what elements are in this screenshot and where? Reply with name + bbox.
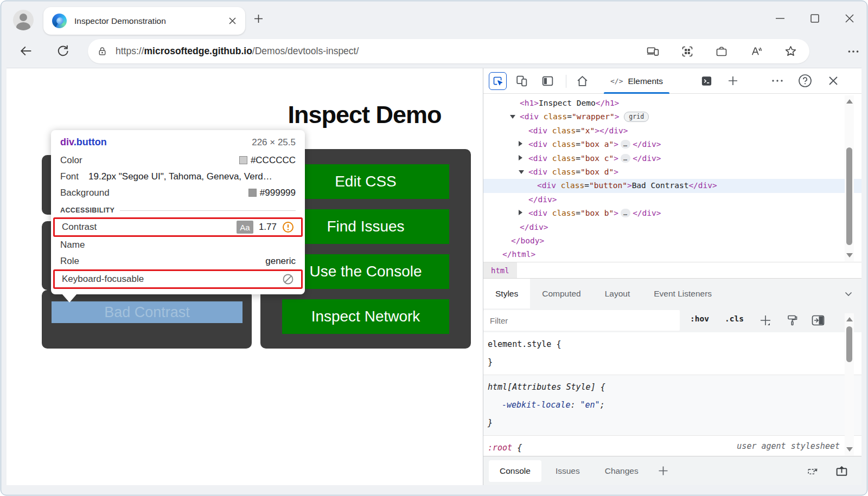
collapse-arrow-icon[interactable]: [519, 170, 524, 174]
css-line[interactable]: element.style {: [483, 336, 861, 353]
css-line[interactable]: }: [483, 353, 861, 371]
drawer-bar: ConsoleIssuesChanges: [483, 456, 861, 485]
demo-button-find-issues[interactable]: Find Issues: [282, 209, 449, 244]
dom-tree-line[interactable]: <div class="box b">…</div>: [483, 207, 861, 220]
refresh-icon[interactable]: [55, 43, 71, 59]
dom-tree-line[interactable]: </div>: [483, 193, 861, 207]
sidebar-tab-styles[interactable]: Styles: [483, 279, 530, 308]
favorites-star-icon[interactable]: [784, 44, 797, 58]
css-line[interactable]: html[Attributes Style] {: [483, 378, 861, 396]
sidebar-tab-computed[interactable]: Computed: [530, 279, 593, 308]
breadcrumb: html: [483, 262, 861, 278]
profile-avatar[interactable]: [13, 10, 34, 30]
collapsed-content-icon[interactable]: …: [621, 209, 630, 217]
contrast-aa-badge: Aa: [237, 221, 253, 234]
devtools-panel: </> Elements: [483, 68, 861, 485]
drawer-tab-console[interactable]: Console: [489, 460, 541, 482]
collapsed-content-icon[interactable]: …: [621, 154, 630, 163]
help-icon[interactable]: [798, 74, 812, 88]
dom-tree-line[interactable]: <div class="button">Bad Contrast</div>: [483, 179, 861, 192]
dom-tree-line[interactable]: <div class="x"></div>: [483, 124, 861, 138]
add-drawer-tab-icon[interactable]: [658, 466, 668, 476]
styles-scrollbar[interactable]: [845, 313, 854, 455]
dom-tree-line[interactable]: </html>: [483, 248, 861, 261]
demo-button-use-the-console[interactable]: Use the Console: [282, 254, 449, 289]
apps-grid-icon[interactable]: [681, 45, 694, 58]
dom-tree-line[interactable]: <div class="box d">: [483, 165, 861, 179]
expand-quick-view-icon[interactable]: [835, 464, 848, 478]
dock-side-icon[interactable]: [541, 74, 554, 88]
css-line[interactable]: }: [483, 414, 861, 432]
send-to-devices-icon[interactable]: [646, 44, 660, 58]
demo-button-inspect-network[interactable]: Inspect Network: [282, 299, 449, 334]
drawer-tab-issues[interactable]: Issues: [545, 460, 591, 482]
inspect-element-icon[interactable]: [489, 72, 507, 90]
elements-scrollbar[interactable]: [845, 95, 854, 261]
tab-close-icon[interactable]: [228, 17, 237, 25]
close-devtools-icon[interactable]: [827, 75, 839, 87]
dom-tree-line[interactable]: <h1>Inspect Demo</h1>: [483, 96, 861, 110]
address-bar[interactable]: https://microsoftedge.github.io/Demos/de…: [88, 39, 809, 63]
tab-elements[interactable]: </> Elements: [602, 68, 672, 94]
accessibility-section-header: ACCESSIBILITY: [51, 201, 305, 217]
stylesheet-origin-label: user agent stylesheet: [737, 441, 840, 451]
close-window-icon[interactable]: [844, 13, 855, 24]
grid-badge[interactable]: grid: [624, 112, 649, 122]
chevron-down-icon[interactable]: [844, 289, 853, 298]
browser-toolbar: https://microsoftedge.github.io/Demos/de…: [1, 35, 867, 68]
dom-tree-line[interactable]: <div class="wrapper">grid: [483, 110, 861, 124]
minimize-icon[interactable]: [775, 13, 786, 24]
device-emulation-icon[interactable]: [515, 74, 528, 88]
hov-toggle[interactable]: :hov: [690, 314, 709, 323]
tooltip-info-row: Font19.2px "Segoe UI", Tahoma, Geneva, V…: [51, 169, 305, 185]
css-rule-section: element.style {}: [483, 332, 861, 375]
tab-title: Inspector Demonstration: [74, 16, 228, 26]
demo-button-edit-css[interactable]: Edit CSS: [282, 164, 449, 199]
dom-tree-line[interactable]: </div>: [483, 221, 861, 234]
back-icon[interactable]: [18, 43, 34, 59]
page-viewport: Inspect Demo Bad Contrast Edit CSSFind I…: [7, 68, 483, 485]
color-swatch: [248, 189, 257, 197]
console-drawer-icon[interactable]: [700, 75, 713, 87]
inspect-tooltip: div.button 226 × 25.5 Color#CCCCCCFont19…: [51, 130, 305, 294]
settings-menu-icon[interactable]: [846, 44, 860, 59]
code-icon: </>: [610, 77, 623, 85]
browser-window: Inspector Demonstration: [1, 1, 867, 495]
sidebar-tab-layout[interactable]: Layout: [593, 279, 642, 308]
css-rule-section: html[Attributes Style] {-webkit-locale: …: [483, 375, 861, 436]
contrast-warning-icon: [282, 221, 294, 233]
breadcrumb-html[interactable]: html: [483, 262, 517, 279]
tooltip-info-row: Background#999999: [51, 185, 305, 201]
open-styles-panel-icon[interactable]: [811, 313, 825, 327]
cls-toggle[interactable]: .cls: [725, 314, 744, 323]
filter-input[interactable]: [483, 310, 680, 331]
read-aloud-icon[interactable]: [749, 44, 763, 58]
css-line[interactable]: -webkit-locale: "en";: [483, 396, 861, 414]
more-options-icon[interactable]: [771, 77, 784, 85]
sidebar-tab-event-listeners[interactable]: Event Listeners: [642, 279, 724, 308]
lock-icon[interactable]: [97, 46, 108, 57]
name-row: Name: [51, 237, 305, 253]
restore-drawer-icon[interactable]: [806, 464, 820, 478]
add-panel-icon[interactable]: [727, 75, 738, 86]
dom-tree-line[interactable]: <div class="box a">…</div>: [483, 138, 861, 151]
expand-arrow-icon[interactable]: [519, 210, 522, 215]
expand-arrow-icon[interactable]: [519, 155, 522, 160]
paint-brush-icon[interactable]: [786, 314, 799, 327]
dom-tree-line[interactable]: <div class="box c">…</div>: [483, 152, 861, 165]
expand-arrow-icon[interactable]: [519, 141, 522, 146]
contrast-row: Contrast Aa 1.77: [53, 217, 303, 237]
briefcase-icon[interactable]: [715, 45, 728, 58]
bad-contrast-button[interactable]: Bad Contrast: [52, 301, 242, 323]
collapse-arrow-icon[interactable]: [510, 115, 515, 119]
new-style-rule-icon[interactable]: [759, 314, 772, 327]
not-focusable-icon: [282, 273, 294, 285]
browser-tab[interactable]: Inspector Demonstration: [43, 7, 245, 35]
collapsed-content-icon[interactable]: …: [621, 140, 630, 149]
drawer-tab-changes[interactable]: Changes: [594, 460, 649, 482]
new-tab-button[interactable]: [254, 14, 263, 23]
url-text: https://microsoftedge.github.io/Demos/de…: [116, 46, 646, 57]
dom-tree-line[interactable]: </body>: [483, 234, 861, 248]
home-icon[interactable]: [576, 74, 589, 88]
maximize-icon[interactable]: [809, 13, 820, 24]
